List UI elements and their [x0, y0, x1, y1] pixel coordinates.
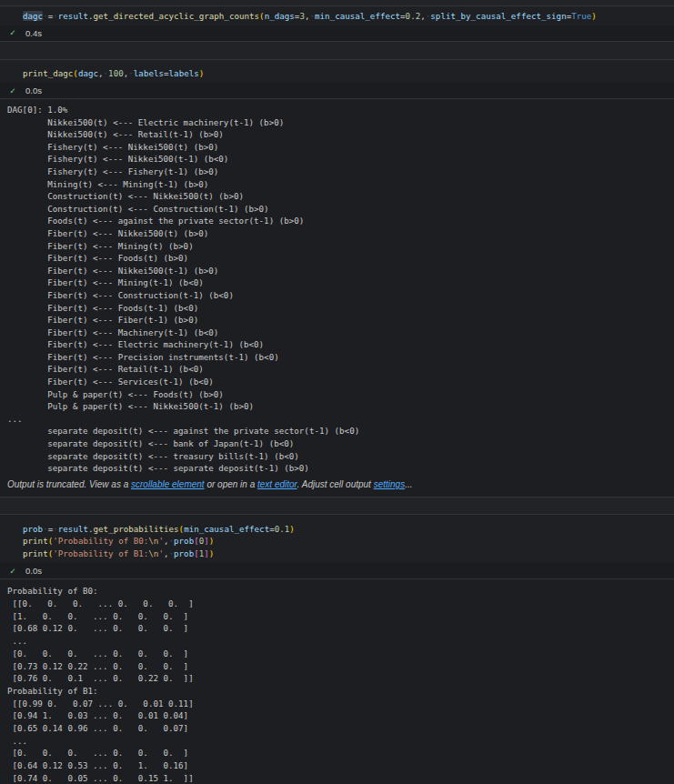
- scrollable-element-link[interactable]: scrollable element: [131, 479, 205, 489]
- truncation-message: Output is truncated. View as a scrollabl…: [7, 479, 674, 489]
- text-editor-link[interactable]: text editor: [257, 479, 297, 489]
- code-cell-3: prob·=·result.get_probabilities(min_caus…: [0, 514, 674, 580]
- code-lines-1: dagc·=·result.get_directed_acyclic_graph…: [23, 10, 674, 23]
- cell-3-status-bar: ✓ 0.0s: [0, 563, 674, 578]
- code-editor-2[interactable]: print_dagc(dagc,·100,·labels=labels): [0, 60, 674, 84]
- code-cell-1: dagc·=·result.get_directed_acyclic_graph…: [0, 5, 674, 42]
- truncation-text: Output is truncated. View as a: [7, 479, 131, 489]
- execution-time: 0.4s: [25, 28, 42, 38]
- success-check-icon: ✓: [10, 86, 15, 95]
- truncation-text: . Adjust cell output: [297, 479, 374, 489]
- notebook: dagc·=·result.get_directed_acyclic_graph…: [0, 0, 674, 784]
- code-editor-1[interactable]: dagc·=·result.get_directed_acyclic_graph…: [0, 6, 674, 25]
- cell-3-output-area: Probability of B0: [[0. 0. 0. ... 0. 0. …: [0, 579, 674, 784]
- truncation-text: ...: [405, 479, 412, 489]
- settings-link[interactable]: settings: [374, 479, 405, 489]
- cell-gap: [0, 498, 674, 514]
- execution-time: 0.0s: [25, 85, 42, 95]
- execution-time: 0.0s: [25, 566, 42, 576]
- cell-2-status-bar: ✓ 0.0s: [0, 83, 674, 98]
- output-text-probabilities: Probability of B0: [[0. 0. 0. ... 0. 0. …: [7, 585, 674, 784]
- code-lines-2: print_dagc(dagc,·100,·labels=labels): [23, 67, 674, 80]
- success-check-icon: ✓: [10, 28, 15, 37]
- code-editor-3[interactable]: prob·=·result.get_probabilities(min_caus…: [0, 515, 674, 564]
- truncation-text: or open in a: [205, 479, 257, 489]
- success-check-icon: ✓: [10, 567, 15, 576]
- code-lines-3: prob·=·result.get_probabilities(min_caus…: [23, 523, 674, 560]
- cell-2-output-area: DAG[0]: 1.0% Nikkei500(t) <--- Electric …: [0, 99, 674, 498]
- output-text-dagc: DAG[0]: 1.0% Nikkei500(t) <--- Electric …: [7, 104, 674, 475]
- code-cell-2: print_dagc(dagc,·100,·labels=labels) ✓ 0…: [0, 59, 674, 100]
- cell-1-status-bar: ✓ 0.4s: [0, 25, 674, 41]
- cell-gap: [0, 42, 674, 59]
